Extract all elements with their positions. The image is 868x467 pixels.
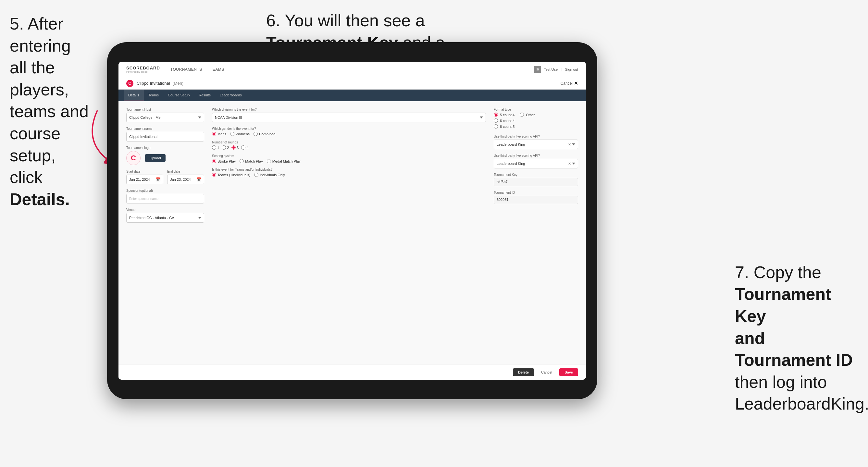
tab-course-setup[interactable]: Course Setup — [163, 90, 194, 101]
sign-out-link[interactable]: Sign out — [565, 67, 578, 71]
sponsor-input[interactable] — [126, 194, 204, 204]
scoring-stroke-play[interactable]: Stroke Play — [212, 159, 236, 163]
format-col-2: Other — [520, 113, 535, 130]
scoring-field: Scoring system Stroke Play Match Play Me… — [212, 154, 486, 163]
main-content: Tournament Host Clippd College - Men Tou… — [119, 101, 586, 380]
rounds-2[interactable]: 2 — [222, 145, 229, 150]
tab-details[interactable]: Details — [124, 90, 144, 101]
teams-plus-individuals[interactable]: Teams (+Individuals) — [212, 173, 250, 177]
division-label: Which division is the event for? — [212, 108, 486, 111]
col-middle: Which division is the event for? NCAA Di… — [212, 108, 486, 357]
gender-mens[interactable]: Mens — [212, 132, 226, 136]
end-date-field: End date 📅 — [167, 170, 204, 184]
third-party-live2-field: Use third-party live scoring API? Leader… — [494, 154, 578, 168]
end-date-wrap: 📅 — [167, 175, 204, 184]
annotation-bottom-right: 7. Copy the Tournament Key and Tournamen… — [735, 261, 858, 415]
rounds-field: Number of rounds 1 2 3 — [212, 141, 486, 150]
annotation-left: 5. After entering all the players, teams… — [10, 13, 104, 210]
gender-womens[interactable]: Womens — [230, 132, 250, 136]
tournament-id-value: 302051 — [494, 196, 578, 204]
logo-sub: Powered by clippd — [126, 70, 160, 73]
format-5count4[interactable]: 5 count 4 — [494, 113, 515, 117]
format-other[interactable]: Other — [520, 113, 535, 117]
tournament-key-label: Tournament Key — [494, 173, 578, 177]
start-date-wrap: 📅 — [126, 175, 163, 184]
date-row: Start date 📅 End date 📅 — [126, 170, 204, 184]
nav-link-teams[interactable]: TEAMS — [210, 67, 224, 72]
tournament-host-field: Tournament Host Clippd College - Men — [126, 108, 204, 122]
col-right: Format type 5 count 4 6 count 4 — [494, 108, 578, 357]
third-party-live-select[interactable]: Leaderboard King — [494, 139, 578, 149]
format-6count4[interactable]: 6 count 4 — [494, 119, 515, 123]
tournament-key-field: Tournament Key b4f6b7 — [494, 173, 578, 186]
tournament-name-input[interactable] — [126, 132, 204, 142]
tournament-name-label: Tournament name — [126, 127, 204, 130]
gender-combined[interactable]: Combined — [253, 132, 275, 136]
user-label: Test User — [544, 67, 559, 71]
start-date-label: Start date — [126, 170, 163, 173]
third-party-live-clear-btn[interactable]: ✕ — [568, 143, 571, 147]
tab-teams[interactable]: Teams — [144, 90, 163, 101]
third-party-live2-clear-btn[interactable]: ✕ — [568, 162, 571, 166]
individuals-only[interactable]: Individuals Only — [254, 173, 285, 177]
scoring-radio-group: Stroke Play Match Play Medal Match Play — [212, 159, 486, 163]
third-party-live2-select-wrap: Leaderboard King ✕ — [494, 159, 578, 168]
format-6count5[interactable]: 6 count 5 — [494, 124, 515, 128]
rounds-3[interactable]: 3 — [231, 145, 239, 150]
scoring-match-play[interactable]: Match Play — [240, 159, 262, 163]
rounds-4[interactable]: 4 — [241, 145, 248, 150]
tournament-logo-field: Tournament logo C Upload — [126, 146, 204, 165]
sponsor-label: Sponsor (optional) — [126, 189, 204, 192]
brand-logo-c: C — [126, 80, 133, 87]
tablet-screen: SCOREBOARD Powered by clippd TOURNAMENTS… — [119, 62, 586, 380]
sponsor-field: Sponsor (optional) — [126, 189, 204, 204]
user-icon: SI — [534, 66, 541, 73]
tab-bar: Details Teams Course Setup Results Leade… — [119, 90, 586, 101]
start-date-field: Start date 📅 — [126, 170, 163, 184]
format-type-field: Format type 5 count 4 6 count 4 — [494, 108, 578, 130]
teams-individuals-label: Is this event for Teams and/or Individua… — [212, 168, 486, 172]
tournament-name: Clippd Invitational (Men) — [137, 81, 561, 86]
third-party-live2-select[interactable]: Leaderboard King — [494, 159, 578, 168]
tournament-id-label: Tournament ID — [494, 191, 578, 194]
division-select[interactable]: NCAA Division III — [212, 113, 486, 122]
scoring-medal-match-play[interactable]: Medal Match Play — [267, 159, 301, 163]
form-area: Tournament Host Clippd College - Men Tou… — [119, 101, 586, 364]
venue-select[interactable]: Peachtree GC - Atlanta - GA — [126, 213, 204, 223]
sub-header: C Clippd Invitational (Men) Cancel ✕ — [119, 77, 586, 90]
format-type-group: 5 count 4 6 count 4 6 count 5 — [494, 113, 578, 130]
tournament-logo-label: Tournament logo — [126, 146, 204, 150]
format-type-label: Format type — [494, 108, 578, 111]
teams-individuals-radio-group: Teams (+Individuals) Individuals Only — [212, 173, 486, 177]
close-icon[interactable]: ✕ — [574, 80, 578, 86]
gender-radio-group: Mens Womens Combined — [212, 132, 486, 136]
gender-field: Which gender is the event for? Mens Wome… — [212, 127, 486, 136]
format-col-1: 5 count 4 6 count 4 6 count 5 — [494, 113, 515, 130]
division-field: Which division is the event for? NCAA Di… — [212, 108, 486, 122]
third-party-live-field: Use third-party live scoring API? Leader… — [494, 135, 578, 149]
tab-leaderboards[interactable]: Leaderboards — [215, 90, 246, 101]
cancel-button[interactable]: Cancel — [537, 368, 556, 376]
tournament-host-select[interactable]: Clippd College - Men — [126, 113, 204, 122]
nav-link-tournaments[interactable]: TOURNAMENTS — [170, 67, 202, 72]
delete-button[interactable]: Delete — [513, 368, 534, 376]
sub-header-cancel-btn[interactable]: Cancel — [561, 81, 572, 86]
user-area: SI Test User | Sign out — [534, 66, 578, 73]
upload-button[interactable]: Upload — [145, 154, 165, 162]
tournament-host-label: Tournament Host — [126, 108, 204, 111]
tournament-id-field: Tournament ID 302051 — [494, 191, 578, 204]
col-left: Tournament Host Clippd College - Men Tou… — [126, 108, 204, 357]
third-party-live-label: Use third-party live scoring API? — [494, 135, 578, 138]
rounds-1[interactable]: 1 — [212, 145, 219, 150]
end-date-label: End date — [167, 170, 204, 173]
save-button[interactable]: Save — [559, 368, 578, 376]
tournament-key-value: b4f6b7 — [494, 178, 578, 186]
teams-individuals-field: Is this event for Teams and/or Individua… — [212, 168, 486, 177]
tablet: SCOREBOARD Powered by clippd TOURNAMENTS… — [107, 42, 597, 399]
venue-label: Venue — [126, 208, 204, 212]
gender-label: Which gender is the event for? — [212, 127, 486, 130]
logo-area: SCOREBOARD Powered by clippd — [126, 66, 160, 73]
rounds-label: Number of rounds — [212, 141, 486, 144]
tab-results[interactable]: Results — [194, 90, 215, 101]
bottom-bar: Delete Cancel Save — [119, 364, 586, 380]
